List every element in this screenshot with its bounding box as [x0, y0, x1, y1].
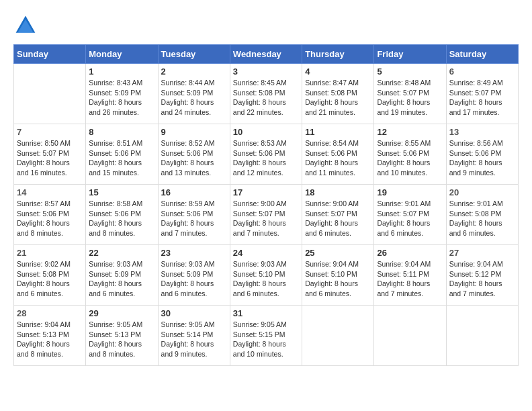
calendar-table: SundayMondayTuesdayWednesdayThursdayFrid… [13, 44, 519, 366]
day-cell: 3Sunrise: 8:45 AMSunset: 5:08 PMDaylight… [230, 64, 302, 124]
day-number: 30 [161, 308, 227, 318]
day-cell: 5Sunrise: 8:48 AMSunset: 5:07 PMDaylight… [374, 64, 446, 124]
day-number: 19 [377, 187, 443, 197]
day-cell: 22Sunrise: 9:03 AMSunset: 5:09 PMDayligh… [86, 245, 158, 306]
day-info: Sunrise: 9:04 AMSunset: 5:12 PMDaylight:… [449, 259, 515, 299]
logo [13, 13, 42, 38]
day-info: Sunrise: 9:03 AMSunset: 5:09 PMDaylight:… [161, 259, 227, 299]
day-number: 11 [305, 127, 371, 137]
day-cell: 11Sunrise: 8:54 AMSunset: 5:06 PMDayligh… [302, 124, 374, 185]
day-number: 15 [89, 187, 154, 197]
day-cell: 26Sunrise: 9:04 AMSunset: 5:11 PMDayligh… [374, 245, 446, 306]
header-friday: Friday [374, 45, 446, 64]
header-tuesday: Tuesday [158, 45, 230, 64]
week-row-5: 28Sunrise: 9:04 AMSunset: 5:13 PMDayligh… [14, 306, 519, 366]
day-info: Sunrise: 9:05 AMSunset: 5:15 PMDaylight:… [233, 320, 299, 359]
day-cell: 20Sunrise: 9:01 AMSunset: 5:08 PMDayligh… [446, 185, 518, 245]
day-cell [446, 306, 518, 366]
day-cell: 23Sunrise: 9:03 AMSunset: 5:09 PMDayligh… [158, 245, 230, 306]
header-monday: Monday [86, 45, 158, 64]
day-number: 29 [89, 308, 154, 318]
day-number: 16 [161, 187, 227, 197]
day-cell [302, 306, 374, 366]
day-info: Sunrise: 8:45 AMSunset: 5:08 PMDaylight:… [233, 78, 299, 118]
day-info: Sunrise: 9:05 AMSunset: 5:14 PMDaylight:… [161, 320, 227, 359]
day-cell: 4Sunrise: 8:47 AMSunset: 5:08 PMDaylight… [302, 64, 374, 124]
day-number: 24 [233, 248, 299, 258]
day-cell: 28Sunrise: 9:04 AMSunset: 5:13 PMDayligh… [14, 306, 86, 366]
day-info: Sunrise: 8:47 AMSunset: 5:08 PMDaylight:… [305, 78, 371, 118]
day-cell: 9Sunrise: 8:52 AMSunset: 5:06 PMDaylight… [158, 124, 230, 185]
day-cell: 14Sunrise: 8:57 AMSunset: 5:06 PMDayligh… [14, 185, 86, 245]
weekday-header-row: SundayMondayTuesdayWednesdayThursdayFrid… [14, 45, 519, 64]
day-info: Sunrise: 9:04 AMSunset: 5:13 PMDaylight:… [17, 320, 83, 359]
day-cell: 29Sunrise: 9:05 AMSunset: 5:13 PMDayligh… [86, 306, 158, 366]
day-number: 10 [233, 127, 299, 137]
day-info: Sunrise: 8:51 AMSunset: 5:06 PMDaylight:… [89, 138, 154, 178]
day-cell: 7Sunrise: 8:50 AMSunset: 5:07 PMDaylight… [14, 124, 86, 185]
day-info: Sunrise: 8:53 AMSunset: 5:06 PMDaylight:… [233, 138, 299, 178]
day-number: 17 [233, 187, 299, 197]
day-info: Sunrise: 8:55 AMSunset: 5:06 PMDaylight:… [377, 138, 443, 178]
day-number: 5 [377, 66, 443, 77]
day-info: Sunrise: 8:52 AMSunset: 5:06 PMDaylight:… [161, 138, 227, 178]
day-cell: 24Sunrise: 9:03 AMSunset: 5:10 PMDayligh… [230, 245, 302, 306]
day-cell: 13Sunrise: 8:56 AMSunset: 5:06 PMDayligh… [446, 124, 518, 185]
day-info: Sunrise: 9:04 AMSunset: 5:11 PMDaylight:… [377, 259, 443, 299]
day-info: Sunrise: 9:01 AMSunset: 5:07 PMDaylight:… [377, 199, 443, 238]
day-number: 22 [89, 248, 154, 258]
day-cell: 31Sunrise: 9:05 AMSunset: 5:15 PMDayligh… [230, 306, 302, 366]
week-row-4: 21Sunrise: 9:02 AMSunset: 5:08 PMDayligh… [14, 245, 519, 306]
day-info: Sunrise: 8:49 AMSunset: 5:07 PMDaylight:… [449, 78, 515, 118]
day-number: 18 [305, 187, 371, 197]
day-number: 14 [17, 187, 83, 197]
day-cell: 15Sunrise: 8:58 AMSunset: 5:06 PMDayligh… [86, 185, 158, 245]
day-number: 3 [233, 66, 299, 77]
day-number: 2 [161, 66, 227, 77]
day-info: Sunrise: 9:05 AMSunset: 5:13 PMDaylight:… [89, 320, 154, 359]
day-info: Sunrise: 8:57 AMSunset: 5:06 PMDaylight:… [17, 199, 83, 238]
day-number: 31 [233, 308, 299, 318]
day-cell: 18Sunrise: 9:00 AMSunset: 5:07 PMDayligh… [302, 185, 374, 245]
day-number: 1 [89, 66, 154, 77]
day-info: Sunrise: 8:58 AMSunset: 5:06 PMDaylight:… [89, 199, 154, 238]
day-cell [14, 64, 86, 124]
day-number: 9 [161, 127, 227, 137]
day-number: 13 [449, 127, 515, 137]
day-number: 27 [449, 248, 515, 258]
day-cell: 2Sunrise: 8:44 AMSunset: 5:09 PMDaylight… [158, 64, 230, 124]
day-cell: 17Sunrise: 9:00 AMSunset: 5:07 PMDayligh… [230, 185, 302, 245]
day-cell: 8Sunrise: 8:51 AMSunset: 5:06 PMDaylight… [86, 124, 158, 185]
day-info: Sunrise: 9:03 AMSunset: 5:09 PMDaylight:… [89, 259, 154, 299]
day-number: 4 [305, 66, 371, 77]
day-info: Sunrise: 9:00 AMSunset: 5:07 PMDaylight:… [305, 199, 371, 238]
logo-icon [13, 13, 38, 38]
day-cell: 16Sunrise: 8:59 AMSunset: 5:06 PMDayligh… [158, 185, 230, 245]
day-info: Sunrise: 8:56 AMSunset: 5:06 PMDaylight:… [449, 138, 515, 178]
day-cell: 25Sunrise: 9:04 AMSunset: 5:10 PMDayligh… [302, 245, 374, 306]
day-cell: 6Sunrise: 8:49 AMSunset: 5:07 PMDaylight… [446, 64, 518, 124]
day-cell: 12Sunrise: 8:55 AMSunset: 5:06 PMDayligh… [374, 124, 446, 185]
day-cell: 30Sunrise: 9:05 AMSunset: 5:14 PMDayligh… [158, 306, 230, 366]
week-row-2: 7Sunrise: 8:50 AMSunset: 5:07 PMDaylight… [14, 124, 519, 185]
day-number: 20 [449, 187, 515, 197]
header-sunday: Sunday [14, 45, 86, 64]
day-number: 7 [17, 127, 83, 137]
day-info: Sunrise: 9:00 AMSunset: 5:07 PMDaylight:… [233, 199, 299, 238]
day-cell: 10Sunrise: 8:53 AMSunset: 5:06 PMDayligh… [230, 124, 302, 185]
day-number: 21 [17, 248, 83, 258]
header-wednesday: Wednesday [230, 45, 302, 64]
week-row-1: 1Sunrise: 8:43 AMSunset: 5:09 PMDaylight… [14, 64, 519, 124]
day-info: Sunrise: 8:48 AMSunset: 5:07 PMDaylight:… [377, 78, 443, 118]
day-info: Sunrise: 8:43 AMSunset: 5:09 PMDaylight:… [89, 78, 154, 118]
day-number: 28 [17, 308, 83, 318]
header-thursday: Thursday [302, 45, 374, 64]
day-info: Sunrise: 8:54 AMSunset: 5:06 PMDaylight:… [305, 138, 371, 178]
day-cell: 27Sunrise: 9:04 AMSunset: 5:12 PMDayligh… [446, 245, 518, 306]
day-number: 26 [377, 248, 443, 258]
day-number: 23 [161, 248, 227, 258]
day-info: Sunrise: 9:03 AMSunset: 5:10 PMDaylight:… [233, 259, 299, 299]
day-cell: 19Sunrise: 9:01 AMSunset: 5:07 PMDayligh… [374, 185, 446, 245]
header-saturday: Saturday [446, 45, 518, 64]
day-cell: 21Sunrise: 9:02 AMSunset: 5:08 PMDayligh… [14, 245, 86, 306]
